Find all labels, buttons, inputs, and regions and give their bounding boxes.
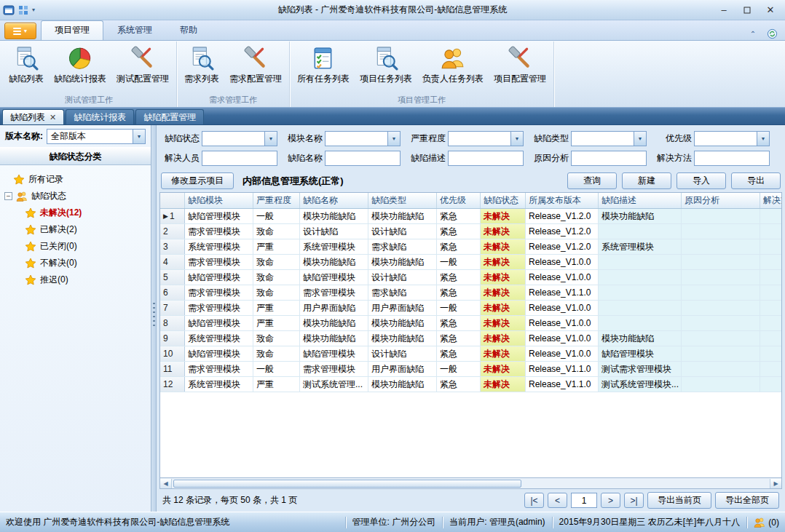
doc-tab-1[interactable]: 缺陷列表✕ (2, 109, 64, 124)
table-row[interactable]: 7需求管理模块严重用户界面缺陷用户界面缺陷一般未解决Release_V1.0.0 (160, 301, 781, 316)
table-cell[interactable]: 需求缺陷 (368, 285, 437, 300)
table-cell[interactable]: 紧急 (437, 377, 481, 392)
column-header[interactable]: 缺陷类型 (368, 193, 437, 208)
column-header[interactable]: 优先级 (437, 193, 481, 208)
tree-item-2[interactable]: –缺陷状态 (3, 188, 148, 205)
table-cell[interactable]: 缺陷管理模块 (300, 270, 368, 285)
table-cell[interactable] (760, 331, 782, 346)
table-cell[interactable]: 致命 (253, 346, 300, 361)
chevron-down-icon[interactable]: ▼ (133, 130, 145, 143)
table-cell[interactable]: 严重 (253, 377, 300, 392)
filter-text-input[interactable] (694, 151, 770, 166)
table-cell[interactable]: 模块功能缺陷 (599, 331, 682, 346)
table-row[interactable]: 11需求管理模块一般需求管理模块用户界面缺陷一般未解决Release_V1.1.… (160, 362, 781, 377)
table-cell[interactable]: 未解决 (481, 270, 526, 285)
table-cell[interactable]: 需求缺陷 (368, 239, 437, 254)
table-cell[interactable]: 缺陷管理模块 (599, 346, 682, 361)
table-cell[interactable] (760, 255, 782, 269)
table-cell[interactable]: 系统管理模块 (185, 239, 253, 254)
table-cell[interactable]: 模块功能缺陷 (368, 209, 437, 223)
ribbon-item[interactable]: 需求配置管理 (224, 43, 287, 87)
table-cell[interactable]: 未解决 (481, 377, 526, 392)
table-cell[interactable] (682, 362, 760, 376)
table-cell[interactable] (682, 270, 760, 285)
search-button[interactable]: 查询 (567, 172, 617, 189)
application-menu-button[interactable]: ▼ (4, 23, 36, 39)
column-header[interactable]: 原因分析 (682, 193, 760, 208)
row-gutter[interactable]: 2 (160, 224, 185, 239)
table-cell[interactable]: 一般 (437, 362, 481, 376)
table-cell[interactable] (760, 301, 782, 315)
table-cell[interactable]: 测试系统管理模块... (599, 377, 682, 392)
table-cell[interactable] (599, 285, 682, 300)
filter-combobox-input[interactable] (695, 134, 757, 144)
table-cell[interactable] (760, 209, 782, 223)
table-cell[interactable] (760, 362, 782, 376)
table-cell[interactable]: 致命 (253, 255, 300, 269)
table-cell[interactable]: Release_V1.0.0 (526, 316, 599, 330)
scroll-left-icon[interactable]: ◀ (160, 479, 172, 488)
table-cell[interactable]: 未解决 (481, 301, 526, 315)
table-cell[interactable]: 模块功能缺陷 (368, 255, 437, 269)
table-cell[interactable]: 模块功能缺陷 (300, 331, 368, 346)
table-cell[interactable] (599, 316, 682, 330)
table-cell[interactable]: 设计缺陷 (368, 346, 437, 361)
export-current-page-button[interactable]: 导出当前页 (647, 492, 711, 509)
table-cell[interactable]: 未解决 (481, 224, 526, 239)
table-cell[interactable]: 需求管理模块 (185, 362, 253, 376)
table-cell[interactable]: Release_V1.2.0 (526, 209, 599, 223)
table-cell[interactable]: Release_V1.1.0 (526, 377, 599, 392)
filter-combobox-input[interactable] (449, 134, 510, 144)
table-cell[interactable]: 测试系统管理... (300, 377, 368, 392)
row-gutter[interactable]: 12 (160, 377, 185, 392)
online-count[interactable]: (0) (768, 517, 779, 528)
table-cell[interactable]: 严重 (253, 316, 300, 330)
table-cell[interactable]: 缺陷管理模块 (185, 346, 253, 361)
about-button[interactable] (765, 27, 779, 40)
table-cell[interactable] (682, 346, 760, 361)
tree-item-5[interactable]: 已关闭(0) (3, 238, 148, 255)
last-page-button[interactable]: >| (624, 493, 644, 508)
column-header[interactable]: 缺陷状态 (481, 193, 526, 208)
column-header[interactable]: 所属发布版本 (526, 193, 599, 208)
table-row[interactable]: 9系统管理模块致命模块功能缺陷模块功能缺陷紧急未解决Release_V1.0.0… (160, 331, 781, 346)
app-window-icon[interactable] (3, 4, 15, 16)
table-cell[interactable] (682, 377, 760, 392)
table-cell[interactable]: 致命 (253, 331, 300, 346)
table-row[interactable]: 6需求管理模块致命需求管理模块需求缺陷紧急未解决Release_V1.1.0 (160, 285, 781, 301)
table-cell[interactable]: Release_V1.2.0 (526, 239, 599, 254)
table-cell[interactable]: 紧急 (437, 224, 481, 239)
table-cell[interactable]: 设计缺陷 (300, 224, 368, 239)
tree-item-4[interactable]: 已解决(2) (3, 221, 148, 238)
table-cell[interactable] (682, 285, 760, 300)
table-cell[interactable]: 系统管理模块 (185, 377, 253, 392)
prev-page-button[interactable]: < (548, 493, 567, 508)
export-all-pages-button[interactable]: 导出全部页 (715, 492, 779, 509)
table-cell[interactable]: 模块功能缺陷 (300, 316, 368, 330)
ribbon-item[interactable]: 需求列表 (179, 43, 224, 87)
table-cell[interactable]: 严重 (253, 239, 300, 254)
table-cell[interactable]: 一般 (253, 362, 300, 376)
row-gutter[interactable]: ▶1 (160, 209, 185, 223)
table-cell[interactable]: 紧急 (437, 331, 481, 346)
chevron-down-icon[interactable]: ▼ (634, 132, 646, 146)
table-cell[interactable]: 模块功能缺陷 (300, 209, 368, 223)
table-cell[interactable]: 未解决 (481, 346, 526, 361)
filter-text-input[interactable] (571, 151, 647, 166)
table-cell[interactable]: Release_V1.0.0 (526, 270, 599, 285)
horizontal-scrollbar[interactable]: ◀ ▶ (159, 478, 782, 489)
tree-item-6[interactable]: 不解决(0) (3, 255, 148, 271)
table-cell[interactable]: 紧急 (437, 346, 481, 361)
chevron-down-icon[interactable]: ▼ (387, 132, 400, 146)
table-cell[interactable] (760, 285, 782, 300)
table-cell[interactable]: 用户界面缺陷 (300, 301, 368, 315)
filter-combobox-input[interactable] (326, 134, 387, 144)
table-cell[interactable]: 测试需求管理模块 (599, 362, 682, 376)
table-cell[interactable] (682, 301, 760, 315)
table-row[interactable]: 4需求管理模块致命模块功能缺陷模块功能缺陷一般未解决Release_V1.0.0 (160, 255, 781, 270)
ribbon-tab-1[interactable]: 项目管理 (41, 20, 103, 40)
table-cell[interactable]: 需求管理模块 (185, 285, 253, 300)
table-cell[interactable] (599, 301, 682, 315)
table-row[interactable]: 3系统管理模块严重系统管理模块需求缺陷紧急未解决Release_V1.2.0系统… (160, 239, 781, 255)
filter-combobox[interactable]: ▼ (571, 131, 647, 146)
